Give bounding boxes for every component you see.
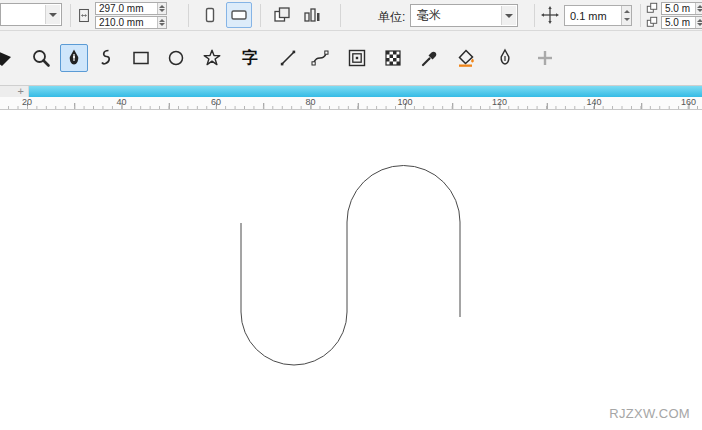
duplicate-distance-x-icon [646,2,658,14]
crop-knife-icon [0,48,15,68]
ruler-tick-label: 160 [681,97,696,107]
watermark: RJZXW.COM [609,406,690,421]
eyedropper-icon [420,48,440,68]
add-tools-button[interactable] [531,44,559,72]
units-label: 单位: [378,9,405,26]
property-bar: 297.0 mm 210.0 mm [0,0,702,31]
chevron-down-icon[interactable] [45,5,60,24]
page-width-value: 297.0 mm [99,3,143,14]
divider [188,4,189,27]
line-icon [278,48,298,68]
text-tool[interactable]: 字 [236,44,264,72]
duplicate-distance-x-field[interactable]: 5.0 m [661,2,702,15]
ruler-tick-label: 20 [22,97,32,107]
toolbox: 字 [0,31,702,86]
duplicate-x-spinner[interactable] [695,3,702,14]
paint-bucket-icon [456,48,476,68]
duplicate-y-spinner[interactable] [695,17,702,28]
ruler-tick-label: 40 [116,97,126,107]
pen-nib-icon [64,48,84,68]
nudge-spinner[interactable] [621,6,631,25]
smart-fill-tool[interactable] [452,44,480,72]
portrait-icon [200,5,220,25]
ruler-tick-label: 60 [211,97,221,107]
rectangle-tool[interactable] [127,44,155,72]
landscape-icon [229,5,249,25]
drawing-layer [0,110,702,430]
duplicate-distance-x-value: 5.0 m [665,3,690,14]
canvas[interactable]: RJZXW.COM [0,110,702,430]
page-width-spinner[interactable] [157,3,166,14]
all-pages-icon [272,5,292,25]
horizontal-ruler: + 20 40 60 80 100 120 140 160 [0,86,702,110]
bezier-curve-icon [310,48,330,68]
coreldraw-window: 297.0 mm 210.0 mm [0,0,702,430]
drawn-s-curve-path[interactable] [241,166,460,366]
nudge-distance-field[interactable]: 0.1 mm [564,5,632,26]
zoom-tool[interactable] [27,44,55,72]
graph-paper-tool[interactable] [343,44,371,72]
divider [70,4,71,27]
ruler-origin[interactable]: + [0,86,29,97]
nudge-offset-icon [540,5,560,25]
apply-size-all-pages-button[interactable] [269,2,295,28]
ruler-page-band [29,86,702,97]
page-preset-dropdown[interactable] [0,3,62,26]
ruler-tick-label: 80 [305,97,315,107]
star-icon [202,48,222,68]
text-tool-glyph: 字 [242,50,258,66]
magnifier-icon [31,48,51,68]
pen-tool[interactable] [60,44,88,72]
eyedropper-tool[interactable] [416,44,444,72]
page-height-value: 210.0 mm [99,17,143,28]
portrait-orientation-button[interactable] [197,2,223,28]
apply-size-current-page-button[interactable] [299,2,325,28]
nested-squares-icon [347,48,367,68]
pen-nib-outline-icon [495,48,515,68]
page-height-spinner[interactable] [157,17,166,28]
mesh-fill-tool[interactable] [379,44,407,72]
crop-knife-tool[interactable] [0,44,19,72]
nudge-distance-value: 0.1 mm [570,10,607,22]
checkerboard-icon [383,48,403,68]
divider [340,4,341,27]
ellipse-icon [166,48,186,68]
rectangle-icon [131,48,151,68]
divider [640,4,641,27]
divider [260,4,261,27]
current-page-icon [302,5,322,25]
squiggle-curve-icon [96,48,116,68]
star-tool[interactable] [198,44,226,72]
duplicate-distance-y-field[interactable]: 5.0 m [661,16,702,29]
ruler-tick-label: 120 [492,97,507,107]
page-dimensions-icon [76,6,92,25]
chevron-down-icon[interactable] [501,6,516,25]
duplicate-distance-y-value: 5.0 m [665,17,690,28]
plus-icon [535,48,555,68]
duplicate-distance-y-icon [646,16,658,28]
page-height-field[interactable]: 210.0 mm [95,16,167,29]
ellipse-tool[interactable] [162,44,190,72]
line-tool[interactable] [274,44,302,72]
bezier-tool[interactable] [306,44,334,72]
ruler-tick-label: 140 [586,97,601,107]
ruler-tick-label: 100 [397,97,412,107]
pen-alt-tool[interactable] [491,44,519,72]
divider [534,4,535,27]
bspline-tool[interactable] [92,44,120,72]
units-dropdown[interactable]: 毫米 [410,4,518,27]
landscape-orientation-button[interactable] [226,2,252,28]
page-width-field[interactable]: 297.0 mm [95,2,167,15]
ruler-scale: 20 40 60 80 100 120 140 160 [0,97,702,110]
